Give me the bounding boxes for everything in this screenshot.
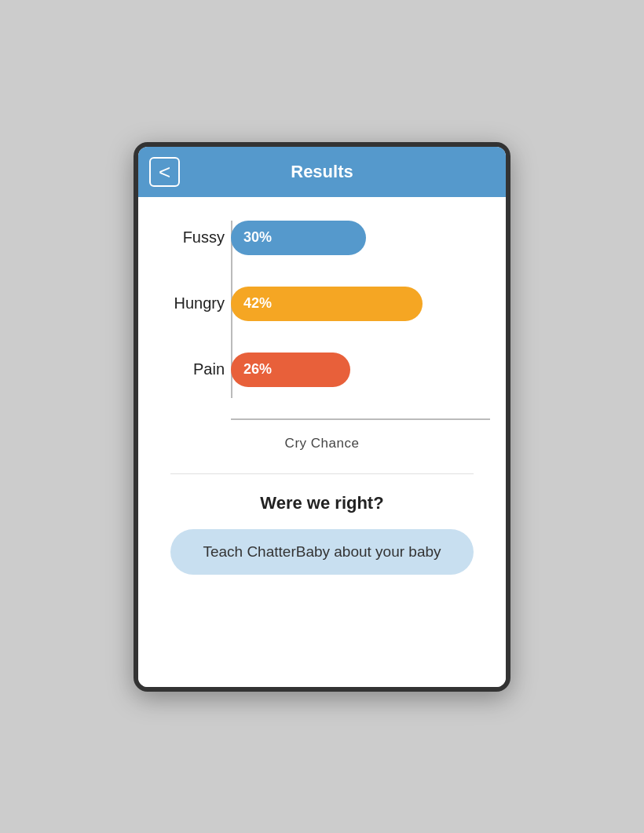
- divider: [170, 473, 473, 474]
- chart-row-pain: Pain 26%: [154, 353, 490, 387]
- axis-line-horizontal: [231, 418, 490, 420]
- label-hungry: Hungry: [154, 294, 225, 312]
- bar-fussy: 30%: [231, 221, 366, 255]
- bar-label-pain: 26%: [243, 361, 272, 378]
- label-pain: Pain: [154, 360, 225, 378]
- x-axis-label: Cry Chance: [285, 436, 360, 451]
- were-we-right: Were we right?: [260, 493, 383, 513]
- bar-hungry: 42%: [231, 287, 423, 321]
- chart-wrapper: Fussy 30% Hungry 42%: [154, 221, 490, 426]
- device-frame: < Results Fussy 30% Hungry: [134, 142, 510, 692]
- back-button[interactable]: <: [149, 157, 180, 187]
- bar-container-hungry: 42%: [231, 287, 490, 321]
- bar-label-fussy: 30%: [243, 229, 272, 246]
- label-fussy: Fussy: [154, 228, 225, 247]
- teach-button[interactable]: Teach ChatterBaby about your baby: [170, 529, 473, 575]
- content: Fussy 30% Hungry 42%: [138, 197, 506, 687]
- header-title: Results: [151, 162, 493, 182]
- bar-pain: 26%: [231, 353, 350, 387]
- chart-row-fussy: Fussy 30%: [154, 221, 490, 255]
- bar-label-hungry: 42%: [243, 295, 272, 312]
- chart-row-hungry: Hungry 42%: [154, 287, 490, 321]
- header: < Results: [138, 147, 506, 197]
- bottom-axis-wrap: [154, 418, 490, 420]
- chart-rows: Fussy 30% Hungry 42%: [154, 221, 490, 418]
- bar-container-fussy: 30%: [231, 221, 490, 255]
- bar-container-pain: 26%: [231, 353, 490, 387]
